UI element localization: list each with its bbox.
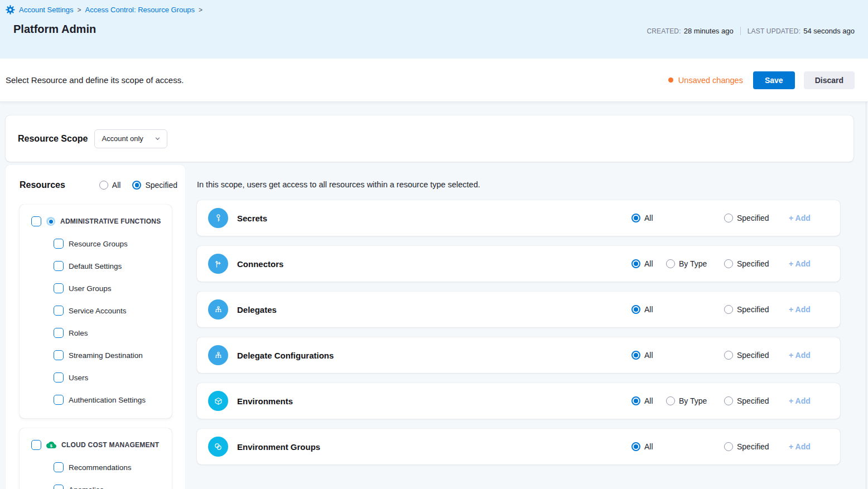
radio-all[interactable]: All: [631, 351, 666, 360]
resource-item-row: Resource Groups: [31, 233, 172, 255]
radio-all[interactable]: All: [99, 181, 121, 190]
item-checkbox[interactable]: [54, 395, 64, 405]
add-button[interactable]: + Add: [789, 396, 818, 405]
radio-specified[interactable]: Specified: [132, 181, 177, 190]
resource-type-name: Environment Groups: [237, 442, 320, 452]
resource-scope-dropdown[interactable]: Account only: [94, 129, 167, 148]
item-checkbox[interactable]: [54, 462, 64, 472]
col-specified: Specified: [724, 396, 789, 405]
breadcrumb-account-settings[interactable]: Account Settings: [19, 6, 74, 14]
action-toolbar: Select Resource and define its scope of …: [0, 59, 868, 101]
radio-selected-icon: [631, 259, 640, 268]
key-icon: [208, 208, 228, 228]
group-checkbox[interactable]: [31, 216, 41, 226]
radio-label: By Type: [679, 396, 707, 405]
chevron-down-icon: [155, 135, 161, 142]
item-label: Recommendations: [69, 463, 132, 472]
resource-type-name: Secrets: [237, 214, 267, 223]
radio-label: All: [644, 259, 653, 268]
item-label: Default Settings: [69, 262, 122, 270]
radio-label: All: [644, 396, 653, 405]
item-checkbox[interactable]: [54, 328, 64, 338]
col-all: All: [631, 351, 666, 360]
row-controls: AllSpecified+ Add: [631, 442, 818, 451]
breadcrumb: Account Settings > Access Control: Resou…: [6, 5, 855, 14]
save-button[interactable]: Save: [753, 71, 795, 89]
breadcrumb-access-control-resource-groups[interactable]: Access Control: Resource Groups: [85, 6, 195, 14]
group-name: CLOUD COST MANAGEMENT: [61, 441, 159, 449]
radio-icon: [724, 305, 733, 314]
radio-label: Specified: [737, 259, 769, 268]
radio-all[interactable]: All: [631, 305, 666, 314]
item-checkbox[interactable]: [54, 485, 64, 489]
row-controls: AllSpecified+ Add: [631, 305, 818, 314]
col-specified: Specified: [724, 259, 789, 268]
radio-specified[interactable]: Specified: [724, 214, 789, 222]
item-label: Anomalies: [69, 486, 104, 489]
scrollbar-track[interactable]: [866, 59, 866, 489]
resources-title: Resources: [20, 180, 65, 190]
page-title: Platform Admin: [13, 23, 96, 36]
created-value: 28 minutes ago: [684, 27, 734, 35]
item-checkbox[interactable]: [54, 372, 64, 383]
resource-type-name: Delegates: [237, 305, 277, 314]
item-checkbox[interactable]: [54, 239, 64, 249]
radio-by-type[interactable]: By Type: [666, 396, 724, 405]
last-updated-label: LAST UPDATED:: [748, 27, 801, 35]
col-specified: Specified: [724, 442, 789, 451]
radio-icon: [724, 351, 733, 360]
meta-info: CREATED: 28 minutes ago LAST UPDATED: 54…: [647, 27, 855, 35]
group-checkbox[interactable]: [31, 440, 41, 450]
radio-specified[interactable]: Specified: [724, 351, 789, 360]
radio-icon: [99, 181, 108, 190]
radio-label: Specified: [737, 214, 769, 222]
add-button[interactable]: + Add: [789, 214, 818, 222]
content-area: Resource Scope Account only Resources Al…: [0, 101, 868, 489]
radio-all[interactable]: All: [631, 442, 666, 451]
resource-group-card: ADMINISTRATIVE FUNCTIONSResource GroupsD…: [20, 205, 172, 418]
overlapping-circles-icon: [208, 437, 228, 457]
resource-item-row: Recommendations: [31, 456, 172, 478]
resource-scope-selected-value: Account only: [102, 134, 143, 143]
radio-icon: [724, 259, 733, 268]
add-button[interactable]: + Add: [789, 442, 818, 451]
group-name: ADMINISTRATIVE FUNCTIONS: [60, 217, 161, 225]
radio-selected-icon: [631, 396, 640, 405]
radio-specified[interactable]: Specified: [724, 305, 789, 314]
radio-label: All: [644, 305, 653, 314]
page-header: Account Settings > Access Control: Resou…: [0, 0, 868, 59]
col-all: All: [631, 259, 666, 268]
radio-all[interactable]: All: [631, 259, 666, 268]
add-button[interactable]: + Add: [789, 351, 818, 360]
radio-all[interactable]: All: [631, 214, 666, 222]
add-button[interactable]: + Add: [789, 305, 818, 314]
unsaved-changes-label: Unsaved changes: [678, 76, 743, 85]
add-button[interactable]: + Add: [789, 259, 818, 268]
radio-selected-icon: [631, 214, 640, 222]
radio-label: Specified: [737, 305, 769, 314]
radio-icon: [724, 396, 733, 405]
radio-by-type[interactable]: By Type: [666, 259, 724, 268]
item-checkbox[interactable]: [54, 261, 64, 271]
meta-divider: [740, 27, 741, 35]
radio-all[interactable]: All: [631, 396, 666, 405]
resources-panel: Resources All Specified ADMINISTRATIVE F…: [6, 165, 185, 489]
item-checkbox[interactable]: [54, 306, 64, 316]
radio-specified[interactable]: Specified: [724, 396, 789, 405]
admin-functions-icon: [46, 217, 55, 226]
radio-specified[interactable]: Specified: [724, 442, 789, 451]
radio-icon: [724, 442, 733, 451]
radio-label: All: [644, 214, 653, 222]
item-checkbox[interactable]: [54, 283, 64, 293]
discard-button[interactable]: Discard: [804, 71, 855, 89]
radio-selected-icon: [631, 442, 640, 451]
created-label: CREATED:: [647, 27, 681, 35]
col-all: All: [631, 305, 666, 314]
radio-specified[interactable]: Specified: [724, 259, 789, 268]
resource-scope-card: Resource Scope Account only: [6, 115, 853, 162]
radio-label: Specified: [737, 442, 769, 451]
radio-label: Specified: [737, 351, 769, 360]
resource-type-row: EnvironmentsAllBy TypeSpecified+ Add: [197, 383, 840, 419]
item-checkbox[interactable]: [54, 350, 64, 360]
cube-icon: [208, 391, 228, 411]
